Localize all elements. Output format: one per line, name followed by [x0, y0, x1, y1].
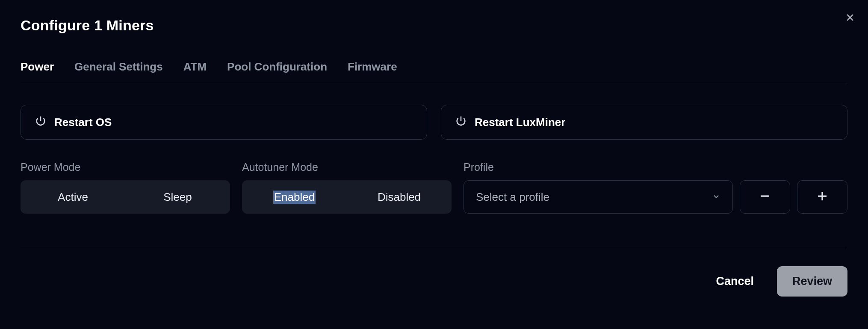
- tab-firmware[interactable]: Firmware: [348, 56, 397, 83]
- dialog-title: Configure 1 Miners: [21, 0, 847, 34]
- tabs: Power General Settings ATM Pool Configur…: [21, 56, 847, 83]
- profile-controls: Select a profile: [464, 180, 847, 214]
- minus-icon: [759, 188, 771, 206]
- cancel-button[interactable]: Cancel: [703, 266, 767, 297]
- power-mode-label: Power Mode: [21, 161, 230, 173]
- power-mode-toggle: Active Sleep: [21, 180, 230, 214]
- autotuner-enabled[interactable]: Enabled: [242, 180, 347, 214]
- profile-select[interactable]: Select a profile: [464, 180, 733, 214]
- tab-power[interactable]: Power: [21, 56, 54, 83]
- autotuner-mode-label: Autotuner Mode: [242, 161, 452, 173]
- profile-select-placeholder: Select a profile: [476, 191, 549, 204]
- power-icon: [455, 115, 467, 130]
- profile-label: Profile: [464, 161, 847, 173]
- tab-atm[interactable]: ATM: [183, 56, 207, 83]
- dialog-configure-miners: Configure 1 Miners Power General Setting…: [21, 0, 847, 329]
- profile-add-button[interactable]: [797, 180, 847, 214]
- settings-row: Power Mode Active Sleep Autotuner Mode E…: [21, 161, 847, 214]
- tab-pool-configuration[interactable]: Pool Configuration: [227, 56, 327, 83]
- autotuner-mode-toggle: Enabled Disabled: [242, 180, 452, 214]
- power-mode-active[interactable]: Active: [21, 180, 125, 214]
- restart-buttons-row: Restart OS Restart LuxMiner: [21, 105, 847, 140]
- tab-general-settings[interactable]: General Settings: [74, 56, 163, 83]
- review-button[interactable]: Review: [777, 266, 847, 297]
- profile-remove-button[interactable]: [740, 180, 790, 214]
- profile-field: Profile Select a profile: [464, 161, 847, 214]
- restart-os-button[interactable]: Restart OS: [21, 105, 427, 140]
- autotuner-enabled-label: Enabled: [273, 191, 316, 204]
- autotuner-disabled[interactable]: Disabled: [347, 180, 452, 214]
- restart-luxminer-label: Restart LuxMiner: [475, 116, 565, 129]
- dialog-footer: Cancel Review: [21, 266, 847, 297]
- power-mode-sleep[interactable]: Sleep: [125, 180, 230, 214]
- power-icon: [35, 115, 47, 130]
- chevron-down-icon: [712, 191, 720, 204]
- footer-divider: [21, 248, 847, 248]
- autotuner-mode-field: Autotuner Mode Enabled Disabled: [242, 161, 452, 214]
- restart-os-label: Restart OS: [54, 116, 112, 129]
- power-mode-field: Power Mode Active Sleep: [21, 161, 230, 214]
- restart-luxminer-button[interactable]: Restart LuxMiner: [441, 105, 847, 140]
- plus-icon: [816, 188, 829, 206]
